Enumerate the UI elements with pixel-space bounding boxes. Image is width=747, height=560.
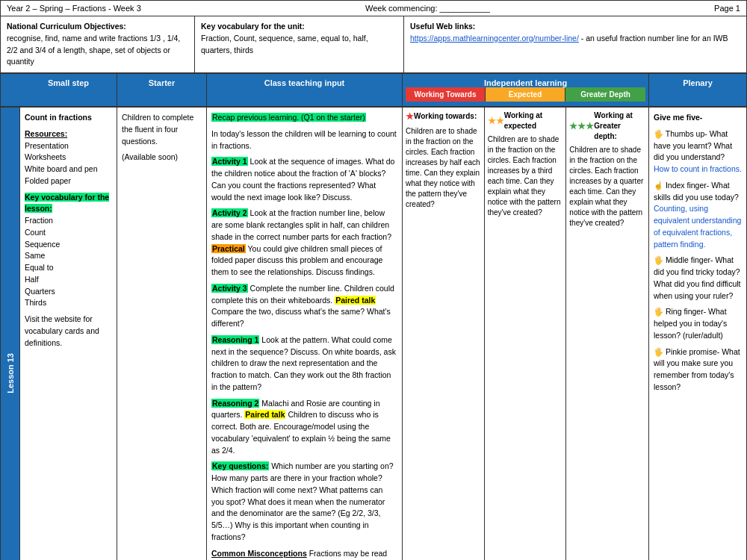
activity3-end: Compare the two, discuss what's the same… bbox=[211, 307, 391, 328]
top-info-col3: Useful Web links: https://apps.mathlearn… bbox=[404, 16, 746, 72]
vocab-3: Sequence bbox=[25, 240, 60, 249]
activity2-practical: Practical bbox=[211, 244, 246, 253]
starter-column: Children to complete the fluent in four … bbox=[117, 108, 207, 560]
working-towards-col: ★ Working towards: Children are to shade… bbox=[403, 108, 485, 560]
header-week: Week commencing: ___________ bbox=[365, 4, 490, 13]
key-vocab-lesson-label: Key vocabulary for the lesson: bbox=[25, 193, 109, 214]
vocab-1: Fraction bbox=[25, 216, 53, 225]
vocab-4: Same bbox=[25, 251, 45, 260]
vocab-7: Quarters bbox=[25, 287, 55, 296]
top-info-section: National Curriculum Objectives: recognis… bbox=[1, 16, 746, 74]
resource-4: Folded paper bbox=[25, 176, 71, 185]
plenary-column: Give me five- 🖐 Thumbs up- What have you… bbox=[649, 108, 746, 560]
col-header-teaching: Class teaching input bbox=[207, 74, 403, 106]
expected-col: ★★ Working at expected Children are to s… bbox=[485, 108, 567, 560]
teaching-column: Recap previous learning. (Q1 on the star… bbox=[207, 108, 403, 560]
top-info-col2: Key vocabulary for the unit: Fraction, C… bbox=[195, 16, 404, 72]
plenary-thumb-link: How to count in fractions. bbox=[654, 164, 742, 173]
reasoning2-label: Reasoning 2 bbox=[211, 399, 259, 408]
plenary-intro: Give me five- bbox=[654, 112, 742, 124]
independent-subheaders: Working Towards Expected Greater Depth bbox=[406, 87, 645, 102]
key-vocab-title: Key vocabulary for the unit: bbox=[201, 22, 305, 31]
vocab-5: Equal to bbox=[25, 263, 54, 272]
activity2-label: Activity 2 bbox=[211, 208, 248, 217]
col-header-plenary: Plenary bbox=[649, 74, 746, 106]
lesson-number: Lesson 13 bbox=[6, 353, 15, 393]
main-content-row: Lesson 13 Count in fractions Resources: … bbox=[1, 107, 746, 560]
activity2-section: Activity 2 Look at the fraction number l… bbox=[211, 208, 397, 279]
exp-header-text: Working at expected bbox=[504, 111, 563, 131]
web-links-title: Useful Web links: bbox=[410, 22, 475, 31]
web-link-suffix: - an useful fraction number line for an … bbox=[581, 34, 728, 43]
header-title: Year 2 – Spring – Fractions - Week 3 bbox=[7, 4, 141, 13]
lesson-sidebar: Lesson 13 bbox=[1, 108, 20, 560]
activity1-section: Activity 1 Look at the sequence of image… bbox=[211, 156, 397, 203]
top-info-col1: National Curriculum Objectives: recognis… bbox=[1, 16, 195, 72]
reasoning1-section: Reasoning 1 Look at the pattern. What co… bbox=[211, 335, 397, 393]
key-questions-label: Key questions: bbox=[211, 461, 269, 470]
gd-stars: ★★★ bbox=[569, 120, 594, 133]
plenary-index-text: ☝ Index finger- What skills did you use … bbox=[654, 181, 739, 202]
intro-text: In today's lesson the children will be l… bbox=[211, 128, 397, 152]
col-header-small-step: Small step bbox=[20, 74, 117, 106]
activity3-label: Activity 3 bbox=[211, 284, 248, 293]
header-page: Page 1 bbox=[714, 4, 740, 13]
page-wrapper: Year 2 – Spring – Fractions - Week 3 Wee… bbox=[0, 0, 747, 560]
starter-available: (Available soon) bbox=[122, 152, 202, 164]
recap-text: Recap previous learning. (Q1 on the star… bbox=[211, 112, 397, 124]
wt-star: ★ bbox=[406, 111, 414, 123]
resource-2: Worksheets bbox=[25, 152, 66, 161]
col-header-starter: Starter bbox=[117, 74, 207, 106]
recap-highlight: Recap previous learning. (Q1 on the star… bbox=[211, 113, 366, 122]
plenary-thumb-text: 🖐 Thumbs up- What have you learnt? What … bbox=[654, 129, 732, 162]
key-questions-section: Key questions: Which number are you star… bbox=[211, 461, 397, 543]
exp-content: Children are to shade in the fraction on… bbox=[488, 134, 563, 218]
column-headers: Small step Starter Class teaching input … bbox=[1, 74, 746, 107]
wt-header: ★ Working towards: bbox=[406, 111, 481, 123]
subheader-greater-depth: Greater Depth bbox=[565, 87, 645, 102]
reasoning1-label: Reasoning 1 bbox=[211, 335, 259, 344]
visit-text: Visit the website for vocabulary cards a… bbox=[25, 314, 112, 349]
gd-content: Children are to shade in the fraction on… bbox=[569, 145, 645, 228]
resources-section: Resources: Presentation Worksheets White… bbox=[25, 128, 112, 187]
key-vocab-text: Fraction, Count, sequence, same, equal t… bbox=[201, 34, 368, 55]
nc-objectives-text: recognise, find, name and write fraction… bbox=[7, 34, 180, 66]
key-vocab-section: Key vocabulary for the lesson: Fraction … bbox=[25, 192, 112, 310]
activity3-paired: Paired talk bbox=[335, 296, 376, 305]
plenary-pinkie: 🖐 Pinkie promise- What will you make sur… bbox=[654, 346, 742, 393]
plenary-thumb: 🖐 Thumbs up- What have you learnt? What … bbox=[654, 128, 742, 175]
activity1-label: Activity 1 bbox=[211, 157, 248, 166]
page-header: Year 2 – Spring – Fractions - Week 3 Wee… bbox=[1, 1, 746, 16]
lesson-label-header-cell bbox=[1, 74, 20, 106]
subheader-expected: Expected bbox=[486, 87, 565, 102]
wt-content: Children are to shade in the fraction on… bbox=[406, 126, 481, 210]
independent-cols: ★ Working towards: Children are to shade… bbox=[403, 108, 648, 560]
exp-stars: ★★ bbox=[488, 115, 504, 128]
resource-3: White board and pen bbox=[25, 164, 97, 173]
reasoning2-section: Reasoning 2 Malachi and Rosie are counti… bbox=[211, 398, 397, 457]
vocab-8: Thirds bbox=[25, 298, 46, 307]
plenary-ring: 🖐 Ring finger- What helped you in today'… bbox=[654, 306, 742, 341]
gd-header-text: Working at Greater depth: bbox=[594, 111, 645, 142]
key-questions-text: Which number are you starting on? How ma… bbox=[211, 461, 394, 541]
independent-column: ★ Working towards: Children are to shade… bbox=[403, 108, 649, 560]
greater-depth-col: ★★★ Working at Greater depth: Children a… bbox=[566, 108, 648, 560]
subheader-working-towards: Working Towards bbox=[406, 87, 486, 102]
resources-label: Resources: bbox=[25, 129, 67, 138]
reasoning2-paired: Paired talk bbox=[244, 410, 285, 419]
nc-objectives-title: National Curriculum Objectives: bbox=[7, 22, 126, 31]
web-link[interactable]: https://apps.mathlearningcenter.org/numb… bbox=[410, 34, 579, 43]
starter-text: Children to complete the fluent in four … bbox=[122, 112, 202, 147]
plenary-index: ☝ Index finger- What skills did you use … bbox=[654, 180, 742, 251]
activity3-section: Activity 3 Complete the number line. Chi… bbox=[211, 283, 397, 330]
exp-header: ★★ Working at expected bbox=[488, 111, 563, 131]
small-step-column: Count in fractions Resources: Presentati… bbox=[20, 108, 117, 560]
wt-header-text: Working towards: bbox=[414, 111, 477, 122]
vocab-2: Count bbox=[25, 228, 46, 237]
misconceptions-label: Common Misconceptions bbox=[211, 549, 307, 558]
misconceptions-section: Common Misconceptions Fractions may be r… bbox=[211, 548, 397, 561]
small-step-title: Count in fractions bbox=[25, 112, 112, 124]
plenary-index-link: Counting, using equivalent understanding… bbox=[654, 204, 741, 248]
gd-header: ★★★ Working at Greater depth: bbox=[569, 111, 645, 142]
vocab-6: Half bbox=[25, 275, 39, 284]
